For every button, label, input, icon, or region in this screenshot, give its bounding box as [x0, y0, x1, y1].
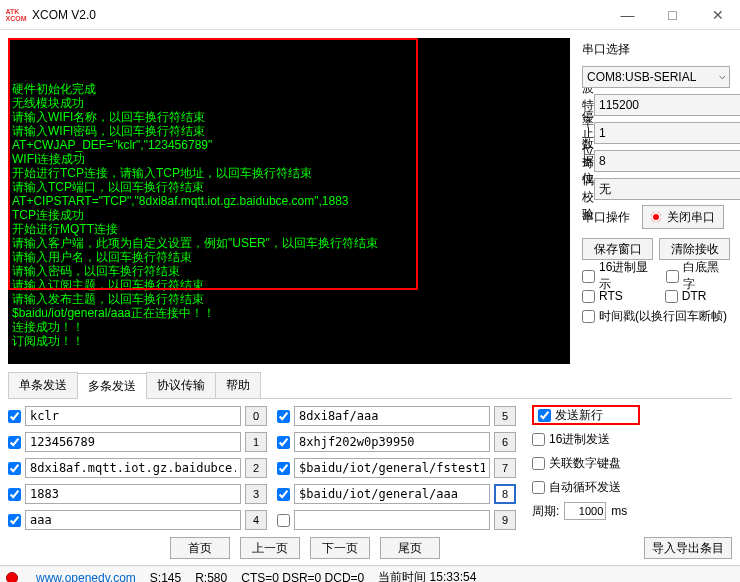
next-page-button[interactable]: 下一页	[310, 537, 370, 559]
send-row-checkbox[interactable]	[8, 410, 21, 423]
send-row-checkbox[interactable]	[8, 462, 21, 475]
terminal-line: 订阅成功！！	[12, 334, 566, 348]
prev-page-button[interactable]: 上一页	[240, 537, 300, 559]
send-row-input[interactable]	[294, 484, 490, 504]
maximize-button[interactable]: □	[650, 0, 695, 30]
status-sent: S:145	[150, 571, 181, 583]
terminal-line: 开始进行TCP连接，请输入TCP地址，以回车换行符结束	[12, 166, 566, 180]
cycle-unit: ms	[611, 504, 627, 518]
send-row-input[interactable]	[25, 458, 241, 478]
close-serial-button[interactable]: 关闭串口	[642, 205, 724, 229]
send-row: 7	[277, 457, 516, 479]
send-row: 2	[8, 457, 267, 479]
parity-select[interactable]	[594, 178, 740, 200]
status-time-label: 当前时间	[378, 570, 426, 582]
terminal-line: 请输入客户端，此项为自定义设置，例如"USER"，以回车换行符结束	[12, 236, 566, 250]
timestamp-label: 时间戳(以换行回车断帧)	[599, 308, 727, 325]
terminal-line: 请输入TCP端口，以回车换行符结束	[12, 180, 566, 194]
terminal-line: WIFI连接成功	[12, 152, 566, 166]
terminal-line: 请输入WIFI名称，以回车换行符结束	[12, 110, 566, 124]
send-row-num-button[interactable]: 4	[245, 510, 267, 530]
baud-select[interactable]	[594, 94, 740, 116]
send-row-checkbox[interactable]	[277, 410, 290, 423]
send-row-input[interactable]	[25, 484, 241, 504]
send-row-input[interactable]	[294, 458, 490, 478]
hex-send-label: 16进制发送	[549, 431, 610, 448]
dtr-label: DTR	[682, 289, 707, 303]
status-cts: CTS=0 DSR=0 DCD=0	[241, 571, 364, 583]
send-row: 6	[277, 431, 516, 453]
send-row-num-button[interactable]: 7	[494, 458, 516, 478]
minimize-button[interactable]: —	[605, 0, 650, 30]
send-row-input[interactable]	[294, 510, 490, 530]
send-row-checkbox[interactable]	[277, 436, 290, 449]
terminal-line: AT+CWJAP_DEF="kclr","123456789"	[12, 138, 566, 152]
terminal-line: AT+CIPSTART="TCP","8dxi8af.mqtt.iot.gz.b…	[12, 194, 566, 208]
port-select[interactable]	[582, 66, 730, 88]
send-options-panel: 发送新行 16进制发送 关联数字键盘 自动循环发送 周期:ms	[526, 405, 646, 531]
save-window-button[interactable]: 保存窗口	[582, 238, 653, 260]
send-row: 0	[8, 405, 267, 427]
tab-help[interactable]: 帮助	[215, 372, 261, 398]
close-button[interactable]: ✕	[695, 0, 740, 30]
tab-single-send[interactable]: 单条发送	[8, 372, 78, 398]
send-row-num-button[interactable]: 9	[494, 510, 516, 530]
send-row-checkbox[interactable]	[8, 436, 21, 449]
send-row-num-button[interactable]: 0	[245, 406, 267, 426]
hex-send-checkbox[interactable]	[532, 433, 545, 446]
stopbit-select[interactable]	[594, 122, 740, 144]
status-recv: R:580	[195, 571, 227, 583]
send-row-input[interactable]	[294, 432, 490, 452]
numpad-label: 关联数字键盘	[549, 455, 621, 472]
timestamp-checkbox[interactable]	[582, 310, 595, 323]
send-row-input[interactable]	[25, 406, 241, 426]
send-row-num-button[interactable]: 6	[494, 432, 516, 452]
send-row-checkbox[interactable]	[277, 462, 290, 475]
rts-checkbox[interactable]	[582, 290, 595, 303]
tab-multi-send[interactable]: 多条发送	[77, 373, 147, 399]
autoloop-label: 自动循环发送	[549, 479, 621, 496]
autoloop-checkbox[interactable]	[532, 481, 545, 494]
first-page-button[interactable]: 首页	[170, 537, 230, 559]
cycle-input[interactable]	[564, 502, 606, 520]
close-serial-label: 关闭串口	[667, 209, 715, 226]
terminal-line: 连接成功！！	[12, 320, 566, 334]
send-row-checkbox[interactable]	[277, 514, 290, 527]
send-row-num-button[interactable]: 1	[245, 432, 267, 452]
send-row-checkbox[interactable]	[8, 514, 21, 527]
terminal-line: 请输入订阅主题，以回车换行符结束	[12, 278, 566, 292]
tab-protocol[interactable]: 协议传输	[146, 372, 216, 398]
terminal-line: 请输入发布主题，以回车换行符结束	[12, 292, 566, 306]
last-page-button[interactable]: 尾页	[380, 537, 440, 559]
vendor-link[interactable]: www.openedv.com	[36, 571, 136, 583]
send-row-input[interactable]	[25, 510, 241, 530]
white-bg-label: 白底黑字	[683, 259, 730, 293]
send-row-input[interactable]	[25, 432, 241, 452]
send-row-num-button[interactable]: 2	[245, 458, 267, 478]
terminal-line: 请输入用户名，以回车换行符结束	[12, 250, 566, 264]
terminal-line: TCP连接成功	[12, 208, 566, 222]
send-row-checkbox[interactable]	[8, 488, 21, 501]
status-dot-icon	[6, 572, 18, 583]
terminal-line: 请输入密码，以回车换行符结束	[12, 264, 566, 278]
white-bg-checkbox[interactable]	[666, 270, 679, 283]
hex-display-checkbox[interactable]	[582, 270, 595, 283]
terminal-line: 开始进行MQTT连接	[12, 222, 566, 236]
send-row-num-button[interactable]: 3	[245, 484, 267, 504]
hex-display-label: 16进制显示	[599, 259, 660, 293]
send-row-input[interactable]	[294, 406, 490, 426]
record-dot-icon	[651, 212, 661, 222]
send-newline-label: 发送新行	[555, 407, 603, 424]
send-row: 5	[277, 405, 516, 427]
send-row-checkbox[interactable]	[277, 488, 290, 501]
import-export-button[interactable]: 导入导出条目	[644, 537, 732, 559]
send-row-num-button[interactable]: 8	[494, 484, 516, 504]
clear-recv-button[interactable]: 清除接收	[659, 238, 730, 260]
dtr-checkbox[interactable]	[665, 290, 678, 303]
window-title: XCOM V2.0	[32, 8, 96, 22]
send-newline-checkbox[interactable]	[538, 409, 551, 422]
databit-select[interactable]	[594, 150, 740, 172]
send-row-num-button[interactable]: 5	[494, 406, 516, 426]
status-time: 15:33:54	[430, 570, 477, 582]
numpad-checkbox[interactable]	[532, 457, 545, 470]
